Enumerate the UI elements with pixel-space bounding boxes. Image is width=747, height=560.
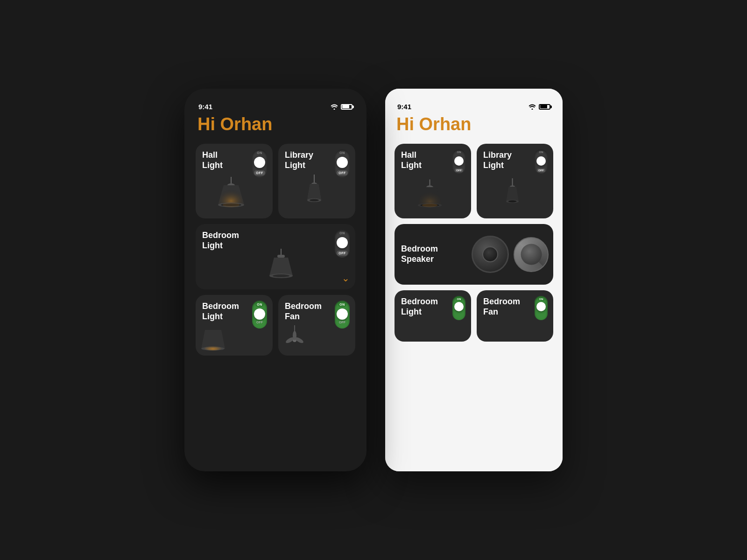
tablet-bedroom-light-card[interactable]: BedroomLight ON: [395, 290, 471, 342]
phone-chevron-icon: ⌄: [342, 273, 350, 284]
phone-row-3: BedroomLight ON OFF: [196, 295, 355, 356]
phone-bedroom-fan-toggle[interactable]: ON OFF: [335, 301, 350, 329]
svg-point-30: [508, 200, 517, 203]
phone-hall-on-label: ON: [257, 151, 262, 154]
tablet-speaker-viz: [472, 236, 549, 273]
tablet-device-grid: HallLight ON OFF: [395, 144, 553, 342]
phone-library-lamp: [302, 175, 327, 214]
tablet-hall-on-label: ON: [457, 151, 461, 154]
phone-greeting: Hi Orhan: [196, 114, 355, 134]
phone-bedroom-off-label: OFF: [337, 251, 348, 256]
phone-row-1: HallLight ON OFF: [196, 144, 355, 218]
phone-hall-knob: [254, 157, 265, 168]
light-tablet: 9:41 Hi Orhan HallLig: [385, 89, 563, 471]
phone-hall-lamp: [216, 177, 247, 214]
phone-fan-knob: [337, 308, 348, 320]
tablet-library-lamp: [501, 178, 524, 214]
tablet-fan-knob: [536, 302, 546, 311]
tablet-row-1: HallLight ON OFF: [395, 144, 553, 218]
tablet-bl-knob: [454, 302, 464, 311]
tablet-bedroom-fan-toggle[interactable]: ON: [535, 296, 548, 320]
phone-library-off-label: OFF: [337, 170, 348, 175]
tablet-greeting: Hi Orhan: [395, 114, 553, 134]
phone-bedroom-fan-card[interactable]: BedroomFan ON OFF: [278, 295, 355, 356]
tablet-bl-on-label: ON: [456, 297, 462, 301]
tablet-speaker-label: BedroomSpeaker: [401, 244, 438, 264]
tablet-hall-light-card[interactable]: HallLight ON OFF: [395, 144, 471, 218]
phone-fan-on-label: ON: [338, 302, 346, 307]
phone-hall-toggle[interactable]: ON OFF: [252, 149, 267, 177]
phone-time: 9:41: [198, 103, 212, 111]
tablet-library-light-card[interactable]: LibraryLight ON OFF: [477, 144, 553, 218]
phone-bedroom-lamp: [267, 249, 295, 286]
tablet-speaker-card[interactable]: BedroomSpeaker: [395, 224, 553, 285]
svg-point-5: [223, 203, 240, 207]
tablet-hall-toggle[interactable]: ON OFF: [452, 149, 465, 174]
tablet-library-toggle[interactable]: ON OFF: [535, 149, 548, 174]
tablet-bedroom-fan-card[interactable]: BedroomFan ON: [477, 290, 553, 342]
phone-fan-illustration: [283, 325, 306, 353]
phone-bedroom-toggle[interactable]: ON OFF: [335, 230, 350, 258]
tablet-hall-lamp: [416, 179, 444, 214]
phone-status-bar: 9:41: [196, 98, 355, 114]
phone-library-light-card[interactable]: LibraryLight ON OFF: [278, 144, 355, 218]
phone-hall-off-label: OFF: [254, 170, 265, 175]
tablet-library-knob: [536, 156, 546, 166]
phone-bedroom-light-small-toggle[interactable]: ON OFF: [252, 301, 267, 329]
phone-fan-off-label: OFF: [339, 321, 345, 324]
phone-bedroom-label: BedroomLight: [202, 231, 349, 251]
phone-hall-light-card[interactable]: HallLight ON OFF: [196, 144, 273, 218]
svg-point-9: [310, 199, 319, 202]
tablet-knob[interactable]: [514, 237, 549, 272]
phone-bedroom-knob: [337, 237, 348, 248]
wifi-icon: [331, 104, 338, 110]
svg-rect-11: [277, 255, 285, 258]
tablet-wifi-icon: [529, 104, 536, 110]
phone-bls-off-label: OFF: [256, 321, 263, 324]
phone-library-toggle[interactable]: ON OFF: [335, 149, 350, 177]
tablet-battery-icon: [539, 104, 550, 110]
battery-icon: [341, 104, 352, 110]
svg-point-13: [273, 274, 289, 277]
phone-bls-lamp: [200, 325, 226, 353]
phone-bls-knob: [254, 308, 265, 320]
phone-bedroom-on-label: ON: [339, 231, 345, 235]
phone-bedroom-light-small-card[interactable]: BedroomLight ON OFF: [196, 295, 273, 356]
svg-point-20: [293, 331, 296, 340]
tablet-row-3: BedroomLight ON BedroomFan: [395, 290, 553, 342]
svg-point-21: [532, 108, 533, 110]
phone-library-on-label: ON: [339, 151, 345, 154]
phone-bls-on-label: ON: [255, 302, 264, 307]
phone-library-knob: [337, 157, 348, 168]
phone-device-grid: HallLight ON OFF: [196, 144, 355, 356]
tablet-hall-knob: [454, 156, 464, 166]
scene: 9:41 Hi Orhan HallLig: [156, 61, 591, 499]
tablet-library-on-label: ON: [539, 151, 543, 154]
tablet-hall-off-label: OFF: [455, 168, 463, 172]
dark-phone: 9:41 Hi Orhan HallLig: [184, 89, 366, 471]
tablet-library-off-label: OFF: [537, 168, 545, 172]
svg-point-26: [422, 203, 437, 207]
tablet-time: 9:41: [397, 103, 411, 111]
svg-point-0: [334, 108, 335, 110]
tablet-status-bar: 9:41: [395, 98, 553, 114]
svg-point-15: [204, 345, 222, 350]
tablet-speaker-circle: [472, 236, 509, 273]
phone-bedroom-light-full-card[interactable]: BedroomLight ON OFF: [196, 224, 355, 289]
tablet-bedroom-light-toggle[interactable]: ON: [452, 296, 465, 320]
tablet-fan-on-label: ON: [538, 297, 544, 301]
